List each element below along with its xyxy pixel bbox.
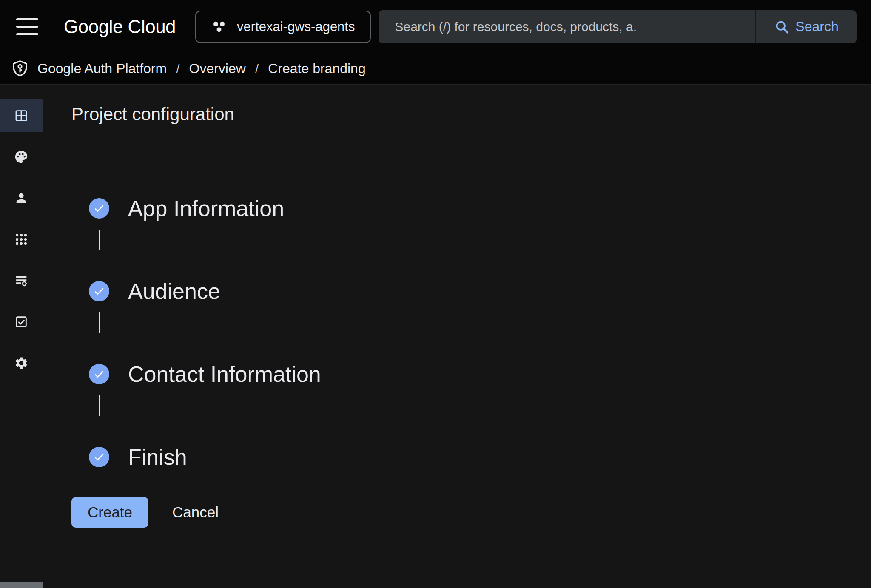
topbar: Google Cloud vertexai-gws-agents Search …	[0, 0, 871, 53]
gear-icon	[14, 356, 28, 370]
project-icon	[211, 19, 227, 34]
project-name: vertexai-gws-agents	[237, 19, 355, 34]
stepper: App Information Audience Contact Informa…	[89, 196, 321, 470]
step-app-information: App Information	[89, 196, 321, 221]
breadcrumb-separator: /	[176, 62, 179, 76]
breadcrumb-separator: /	[255, 62, 259, 76]
sidebar-item-data-access[interactable]	[0, 264, 43, 297]
step-label: Finish	[128, 444, 187, 470]
sidebar-item-branding[interactable]	[0, 140, 43, 173]
search-placeholder: Search (/) for resources, docs, products…	[395, 20, 637, 34]
main-menu-button[interactable]	[16, 17, 39, 36]
sidebar-item-overview[interactable]	[0, 99, 43, 132]
search-input[interactable]: Search (/) for resources, docs, products…	[379, 10, 755, 43]
shield-key-icon	[11, 60, 29, 78]
sidebar-item-clients[interactable]	[0, 223, 43, 256]
search-icon	[774, 19, 789, 34]
step-completed-check-icon	[89, 198, 109, 219]
step-finish: Finish	[89, 444, 321, 470]
search-bar: Search (/) for resources, docs, products…	[379, 10, 857, 43]
palette-icon	[14, 150, 28, 164]
scrollbar-thumb[interactable]	[0, 582, 43, 588]
person-icon	[14, 191, 28, 205]
checkbox-icon	[14, 315, 28, 329]
page-title: Project configuration	[71, 104, 871, 125]
create-button[interactable]: Create	[71, 497, 148, 528]
google-cloud-logo[interactable]: Google Cloud	[64, 16, 176, 37]
step-label: Audience	[128, 278, 220, 304]
breadcrumb: Google Auth Platform / Overview / Create…	[0, 53, 871, 85]
sidebar-item-audience[interactable]	[0, 182, 43, 215]
title-divider	[43, 140, 871, 140]
form-actions: Create Cancel	[71, 497, 219, 528]
step-completed-check-icon	[89, 281, 109, 301]
left-nav	[0, 85, 43, 588]
project-selector[interactable]: vertexai-gws-agents	[195, 11, 371, 43]
sidebar-item-verification[interactable]	[0, 305, 43, 338]
breadcrumb-current-create-branding: Create branding	[268, 61, 365, 77]
step-completed-check-icon	[89, 364, 109, 384]
google-cloud-console: Google Cloud vertexai-gws-agents Search …	[0, 0, 871, 588]
breadcrumb-overview[interactable]: Overview	[189, 61, 246, 77]
hamburger-menu-icon	[16, 18, 38, 20]
step-label: Contact Information	[128, 361, 321, 387]
breadcrumb-google-auth-platform[interactable]: Google Auth Platform	[37, 61, 167, 77]
step-completed-check-icon	[89, 447, 109, 467]
search-button[interactable]: Search	[755, 10, 857, 43]
list-settings-icon	[14, 273, 28, 288]
step-audience: Audience	[89, 278, 321, 304]
step-connector	[99, 312, 100, 333]
step-connector	[99, 230, 100, 250]
step-connector	[99, 395, 100, 416]
step-label: App Information	[128, 196, 284, 221]
search-button-label: Search	[795, 19, 838, 34]
dashboard-icon	[14, 108, 28, 123]
step-contact-information: Contact Information	[89, 361, 321, 387]
cancel-button[interactable]: Cancel	[172, 504, 219, 521]
sidebar-item-settings[interactable]	[0, 347, 43, 380]
main-content: Project configuration App Information Au…	[43, 85, 871, 588]
apps-grid-icon	[14, 232, 28, 247]
